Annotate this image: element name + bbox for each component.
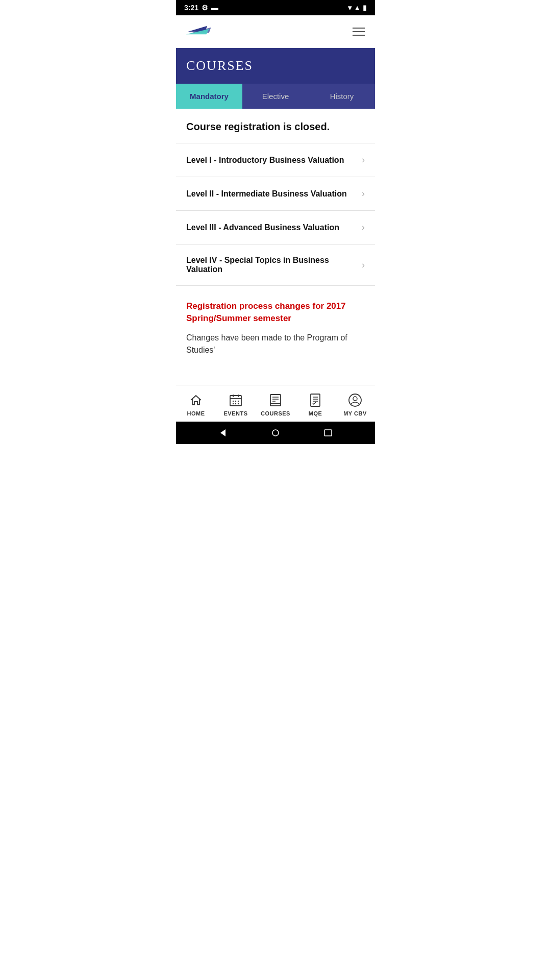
course-name: Level III - Advanced Business Valuation — [186, 223, 358, 232]
svg-point-8 — [235, 400, 236, 401]
course-name: Level I - Introductory Business Valuatio… — [186, 156, 358, 165]
announcement-section: Registration process changes for 2017 Sp… — [176, 286, 375, 366]
bottom-nav: HOME EVENTS — [176, 385, 375, 422]
nav-events[interactable]: EVENTS — [216, 392, 256, 416]
android-nav-bar — [176, 422, 375, 444]
signal-icon: ▲ — [354, 4, 361, 12]
recents-button[interactable] — [323, 428, 333, 438]
svg-marker-24 — [220, 429, 226, 436]
svg-rect-26 — [324, 430, 332, 436]
status-time: 3:21 — [184, 4, 198, 12]
events-icon — [228, 392, 244, 408]
tab-elective[interactable]: Elective — [242, 84, 309, 109]
settings-icon: ⚙ — [202, 4, 208, 12]
nav-mqe[interactable]: MQE — [295, 392, 335, 416]
header — [176, 15, 375, 48]
home-icon — [188, 392, 204, 408]
nav-mycbv-label: MY CBV — [343, 410, 367, 416]
nav-events-label: EVENTS — [223, 410, 247, 416]
clipboard-icon: ▬ — [211, 4, 218, 12]
status-bar: 3:21 ⚙ ▬ ▾ ▲ ▮ — [176, 0, 375, 15]
svg-point-11 — [235, 403, 236, 404]
course-item[interactable]: Level IV - Special Topics in Business Va… — [176, 244, 375, 286]
courses-icon — [267, 392, 284, 408]
nav-mqe-label: MQE — [309, 410, 322, 416]
svg-point-7 — [233, 400, 234, 401]
tab-history[interactable]: History — [309, 84, 375, 109]
nav-mycbv[interactable]: MY CBV — [335, 392, 375, 416]
back-button[interactable] — [218, 428, 228, 438]
course-item[interactable]: Level II - Intermediate Business Valuati… — [176, 177, 375, 211]
page-title-banner: COURSES — [176, 48, 375, 84]
battery-icon: ▮ — [363, 4, 367, 12]
content-area: Course registration is closed. Level I -… — [176, 109, 375, 385]
course-item[interactable]: Level I - Introductory Business Valuatio… — [176, 143, 375, 177]
course-name: Level II - Intermediate Business Valuati… — [186, 189, 358, 199]
svg-point-10 — [233, 403, 234, 404]
svg-point-25 — [272, 430, 279, 436]
home-button[interactable] — [270, 428, 281, 438]
svg-point-12 — [238, 403, 239, 404]
course-item[interactable]: Level III - Advanced Business Valuation … — [176, 211, 375, 244]
nav-home[interactable]: HOME — [176, 392, 216, 416]
svg-rect-14 — [270, 404, 281, 406]
tabs-container: Mandatory Elective History — [176, 84, 375, 109]
tab-mandatory[interactable]: Mandatory — [176, 84, 242, 109]
hamburger-line-2 — [353, 31, 365, 32]
svg-point-9 — [238, 400, 239, 401]
nav-home-label: HOME — [187, 410, 205, 416]
logo — [184, 21, 230, 42]
nav-courses-label: COURSES — [261, 410, 290, 416]
hamburger-line-3 — [353, 35, 365, 36]
chevron-right-icon: › — [362, 260, 365, 271]
svg-point-23 — [353, 397, 357, 401]
hamburger-button[interactable] — [350, 26, 367, 38]
svg-rect-18 — [311, 394, 320, 406]
announcement-text: Changes have been made to the Program of… — [186, 332, 365, 356]
hamburger-line-1 — [353, 28, 365, 29]
chevron-right-icon: › — [362, 188, 365, 199]
chevron-right-icon: › — [362, 222, 365, 233]
chevron-right-icon: › — [362, 155, 365, 165]
announcement-title: Registration process changes for 2017 Sp… — [186, 300, 365, 325]
nav-courses[interactable]: COURSES — [256, 392, 295, 416]
wifi-icon: ▾ — [348, 4, 352, 12]
mqe-icon — [307, 392, 323, 408]
registration-status: Course registration is closed. — [176, 109, 375, 143]
course-name: Level IV - Special Topics in Business Va… — [186, 256, 358, 274]
page-title: COURSES — [186, 58, 365, 74]
mycbv-icon — [347, 392, 363, 408]
